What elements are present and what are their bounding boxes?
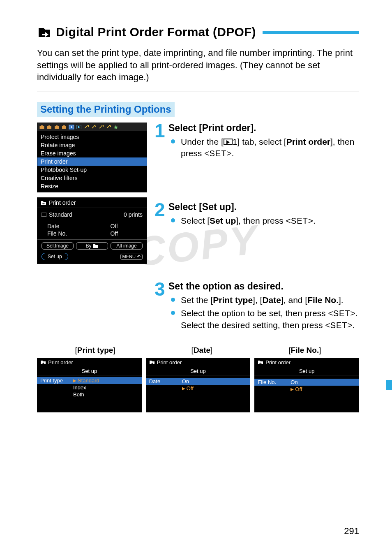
intro-paragraph: You can set the print type, date imprint… xyxy=(37,47,359,83)
section-heading: Setting the Printing Options xyxy=(37,102,175,117)
setup-button-highlighted: Set up xyxy=(42,253,68,260)
tab-play-1-icon xyxy=(69,125,74,130)
print-order-screenshot: Print order Standard 0 prints Date Off xyxy=(37,197,147,264)
step-heading: Select [Set up]. xyxy=(168,201,359,213)
step-1: 1 Select [Print order]. Under the [1] ta… xyxy=(154,123,359,161)
menu-list: Protect images Rotate image Erase images… xyxy=(37,131,147,192)
bullet-text: Select the option to be set, then press … xyxy=(181,308,359,331)
tab-camera-1-icon xyxy=(39,125,45,130)
setting-option: Index xyxy=(73,384,138,391)
bullet-icon xyxy=(171,218,175,222)
page-title-row: Digital Print Order Format (DPOF) xyxy=(37,25,359,39)
by-folder-button: By xyxy=(76,242,108,250)
menu-item: Rotate image xyxy=(37,141,147,149)
row-label: File No. xyxy=(47,230,67,237)
tab-play-2-icon xyxy=(76,125,82,130)
svg-rect-13 xyxy=(42,213,46,217)
svg-rect-6 xyxy=(62,126,66,129)
return-icon: ↶ xyxy=(137,254,141,259)
step-number: 3 xyxy=(154,281,168,333)
print-type-setup-screenshot: Print order Set up Print type ▶Standard … xyxy=(37,358,142,412)
setting-value-selected: ▶Off xyxy=(291,386,356,392)
step-heading: Set the option as desired. xyxy=(168,281,359,292)
menu-item: Creative filters xyxy=(37,174,147,182)
row-value: Off xyxy=(111,223,143,229)
svg-marker-11 xyxy=(78,126,80,128)
tab-wrench-3-icon xyxy=(98,125,104,130)
menu-item: Protect images xyxy=(37,133,147,141)
bullet-icon xyxy=(171,311,175,315)
bullet-text: Set the [Print type], [Date], and [File … xyxy=(181,294,359,306)
folder-arrow-icon xyxy=(258,360,263,365)
svg-rect-4 xyxy=(55,126,59,129)
page-number: 291 xyxy=(344,526,359,537)
tab-wrench-1-icon xyxy=(83,125,89,130)
menu-item: Erase images xyxy=(37,149,147,157)
setting-option: On xyxy=(182,378,247,384)
divider xyxy=(37,92,359,92)
setting-option: Both xyxy=(73,391,138,398)
svg-rect-2 xyxy=(47,126,51,129)
folder-arrow-icon xyxy=(41,201,46,205)
type-label: Standard xyxy=(49,211,72,218)
date-setup-screenshot: Print order Set up Date On ▶Off xyxy=(146,358,251,412)
bullet-text: Select [Set up], then press <SET>. xyxy=(181,215,359,227)
row-label: Date xyxy=(47,223,60,229)
bullet-icon xyxy=(171,298,175,302)
svg-rect-7 xyxy=(63,125,65,126)
setting-option: On xyxy=(291,379,356,385)
fileno-setup-screenshot: Print order Set up File No. On ▶Off xyxy=(254,358,359,412)
side-bleed-tab xyxy=(386,380,392,390)
bullet-icon xyxy=(171,139,175,143)
title-accent-bar xyxy=(263,31,359,34)
folder-arrow-icon xyxy=(40,360,46,365)
menu-item: Photobook Set-up xyxy=(37,166,147,174)
setting-label: Print type xyxy=(40,377,73,384)
prints-count: 0 prints xyxy=(124,211,143,218)
camera-menu-screenshot: Protect images Rotate image Erase images… xyxy=(37,123,147,192)
tab-wrench-2-icon xyxy=(91,125,97,130)
sel-image-button: Sel.Image xyxy=(42,242,74,250)
setting-value-selected: ▶Standard xyxy=(73,377,138,384)
tab-camera-2-icon xyxy=(46,125,52,130)
row-value: Off xyxy=(111,230,143,237)
tab-star-icon xyxy=(113,125,119,130)
tab-camera-3-icon xyxy=(54,125,60,130)
menu-item-selected: Print order xyxy=(37,157,147,166)
setting-label: File No. xyxy=(258,379,291,385)
svg-rect-1 xyxy=(41,125,43,126)
svg-rect-3 xyxy=(48,125,50,126)
menu-tab-strip xyxy=(37,123,147,131)
folder-icon xyxy=(93,244,99,248)
menu-item: Resize xyxy=(37,182,147,190)
play-tab-icon xyxy=(224,139,233,145)
step-2: 2 Select [Set up]. Select [Set up], then… xyxy=(154,201,359,228)
step-number: 2 xyxy=(154,201,168,228)
page-title: Digital Print Order Format (DPOF) xyxy=(56,25,256,39)
page-layout-icon xyxy=(42,211,46,218)
svg-marker-12 xyxy=(114,125,118,129)
menu-back-button: MENU ↶ xyxy=(120,254,143,260)
step-heading: Select [Print order]. xyxy=(168,123,359,134)
setting-value-selected: ▶Off xyxy=(182,385,247,391)
setting-label: Date xyxy=(149,378,182,384)
option-labels-row: [Print type] [Date] [File No.] xyxy=(37,346,359,355)
folder-arrow-icon xyxy=(37,25,52,39)
screen-title: Print order xyxy=(49,199,76,206)
step-3: 3 Set the option as desired. Set the [Pr… xyxy=(154,281,359,333)
all-image-button: All image xyxy=(111,242,143,250)
bullet-text: Under the [1] tab, select [Print order],… xyxy=(181,136,359,160)
folder-arrow-icon xyxy=(149,360,155,365)
step-number: 1 xyxy=(154,123,168,161)
svg-marker-9 xyxy=(71,126,73,128)
tab-camera-4-icon xyxy=(61,125,67,130)
svg-rect-0 xyxy=(40,126,44,129)
tab-wrench-4-icon xyxy=(106,125,111,130)
svg-rect-5 xyxy=(56,125,58,126)
